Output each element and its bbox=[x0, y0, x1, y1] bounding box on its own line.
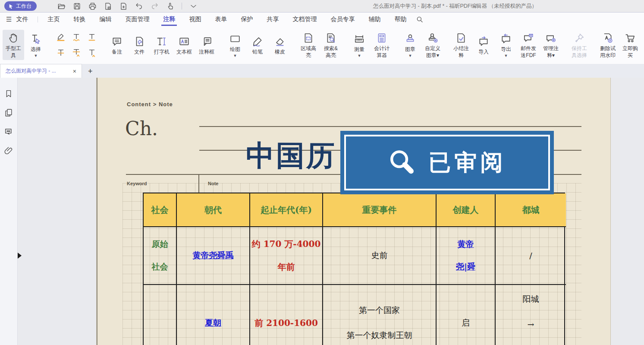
new-tab-button[interactable]: + bbox=[82, 67, 99, 78]
typewriter-button[interactable]: 打字机 bbox=[151, 33, 173, 57]
insert-text-button[interactable] bbox=[84, 45, 100, 60]
menu-protect[interactable]: 保护 bbox=[237, 13, 256, 26]
menu-doc-manage[interactable]: 文档管理 bbox=[289, 13, 320, 26]
capital-arrow: → bbox=[528, 320, 534, 329]
select-tool-button[interactable]: 选择▼ bbox=[25, 31, 47, 59]
tool-label: 选择 bbox=[31, 46, 41, 53]
menu-convert[interactable]: 转换 bbox=[70, 13, 89, 26]
replace-text-button[interactable] bbox=[69, 45, 84, 60]
stamp-text: 已审阅 bbox=[429, 148, 506, 178]
squiggly-button[interactable] bbox=[69, 29, 84, 45]
menu-form[interactable]: 表单 bbox=[211, 13, 230, 26]
workspace-button[interactable]: 工作台 bbox=[4, 1, 37, 11]
panel-expand-handle[interactable] bbox=[18, 253, 22, 259]
stamp-icon bbox=[405, 33, 416, 44]
area-highlight-button[interactable]: 区域高亮 bbox=[298, 30, 319, 60]
sidebar-attachments-button[interactable] bbox=[4, 146, 13, 155]
menubar: ☰ 文件主页转换编辑页面管理注释视图表单保护共享文档管理会员专享辅助帮助 bbox=[0, 13, 644, 26]
import-comments-button[interactable]: 导入 bbox=[473, 33, 494, 57]
eraser-button[interactable]: 橡皮 bbox=[269, 33, 291, 57]
dynasty-link[interactable]: 夏朝 bbox=[205, 317, 221, 329]
menu-view[interactable]: 视图 bbox=[185, 13, 204, 26]
calculator-button[interactable]: 会计计算器 bbox=[371, 30, 393, 60]
tab-close-icon[interactable]: × bbox=[71, 68, 78, 75]
strikeout-button[interactable] bbox=[53, 45, 69, 60]
toolbar-divider bbox=[182, 3, 182, 9]
document-tab[interactable]: 怎么面对高中学习 - ... × bbox=[0, 64, 82, 78]
undo-icon[interactable] bbox=[135, 2, 143, 10]
chevron-down-icon[interactable] bbox=[189, 2, 198, 10]
search-highlight-icon bbox=[325, 32, 336, 44]
area-highlight-icon bbox=[303, 32, 314, 44]
textbox-button[interactable]: 文本框 bbox=[173, 33, 195, 57]
toolbar-group bbox=[51, 26, 102, 64]
page-scan-icon[interactable] bbox=[104, 2, 112, 10]
file-attach-button[interactable]: 文件 bbox=[129, 33, 150, 57]
custom-stamp-button[interactable]: 自定义图章▾ bbox=[422, 30, 443, 60]
ruler-icon bbox=[354, 33, 365, 44]
menu-share[interactable]: 共享 bbox=[263, 13, 282, 26]
search-highlight-button[interactable]: 搜索&高亮 bbox=[320, 30, 342, 60]
menu-member[interactable]: 会员专享 bbox=[327, 13, 358, 26]
replace-text-icon bbox=[72, 48, 81, 57]
sidebar-comments-button[interactable] bbox=[4, 127, 13, 136]
cell-period: 约 170 万-4000 年前 bbox=[250, 227, 323, 285]
tool-label: 小结注释 bbox=[452, 45, 470, 59]
highlight-button[interactable] bbox=[53, 29, 69, 45]
menu-edit[interactable]: 编辑 bbox=[96, 13, 115, 26]
enterprise-purchase-button[interactable]: 企业采购 bbox=[642, 30, 644, 60]
note-button[interactable]: 备注 bbox=[106, 33, 128, 57]
cell-dynasty: 黄帝尧舜禹 bbox=[177, 227, 250, 285]
insert-text-icon bbox=[87, 48, 97, 57]
drawing-button[interactable]: 绘图▼ bbox=[224, 31, 246, 59]
menu-file[interactable]: 文件 bbox=[13, 13, 31, 26]
dynasty-link[interactable]: 黄帝尧舜禹 bbox=[193, 250, 234, 261]
sidebar-bookmarks-button[interactable] bbox=[4, 89, 13, 98]
export-comments-button[interactable]: 导出▼ bbox=[495, 31, 517, 59]
founder-link-bottom[interactable]: 尧|舜 bbox=[456, 261, 475, 272]
toolbar-group: 测量▼会计计算器 bbox=[346, 26, 395, 64]
tool-label: 邮件发送FDF bbox=[520, 45, 537, 59]
stamp-frame: 已审阅 bbox=[344, 135, 550, 190]
buy-now-button[interactable]: 立即购买 bbox=[619, 30, 641, 60]
sidebar-pages-button[interactable] bbox=[4, 108, 13, 117]
stamp-button[interactable]: 图章▼ bbox=[399, 31, 421, 59]
manage-comments-button[interactable]: 管理注释▾ bbox=[540, 30, 562, 60]
underline-button[interactable] bbox=[84, 29, 100, 45]
pencil-button[interactable]: 铅笔 bbox=[247, 33, 268, 57]
hand-icon bbox=[8, 32, 19, 44]
reviewed-stamp-annotation[interactable]: 已审阅 bbox=[340, 131, 554, 194]
cell-events: 史前 bbox=[323, 227, 437, 285]
dropdown-caret-icon: ▼ bbox=[504, 54, 508, 58]
cell-events: 第一个国家 第一个奴隶制王朝 bbox=[323, 285, 437, 345]
founder-link-top[interactable]: 黄帝 bbox=[458, 239, 474, 250]
menu-page-manage[interactable]: 页面管理 bbox=[122, 13, 153, 26]
pdf-page: Content > Note Ch. 中国历 Keyword Note 社会 朝… bbox=[97, 78, 610, 345]
measure-button[interactable]: 测量▼ bbox=[349, 31, 370, 59]
save-icon[interactable] bbox=[73, 2, 81, 10]
touch-pointer-icon[interactable] bbox=[166, 2, 174, 10]
remove-trial-watermark-button[interactable]: 删除试用水印 bbox=[597, 30, 619, 60]
workspace-button-label: 工作台 bbox=[16, 3, 31, 10]
menu-help[interactable]: 帮助 bbox=[391, 13, 410, 26]
print-icon[interactable] bbox=[88, 2, 97, 10]
comment-dots-icon bbox=[4, 127, 13, 136]
table-header-dynasty: 朝代 bbox=[177, 193, 250, 227]
toolbar-group: 备注文件打字机文本框注释框 bbox=[104, 26, 220, 64]
tool-label: 图章 bbox=[405, 46, 415, 53]
menu-assist[interactable]: 辅助 bbox=[365, 13, 384, 26]
callout-button[interactable]: 注释框 bbox=[196, 33, 217, 57]
menu-home[interactable]: 主页 bbox=[44, 13, 63, 26]
page-new-icon[interactable] bbox=[119, 2, 128, 10]
summarize-comments-button[interactable]: 小结注释 bbox=[450, 30, 472, 60]
email-fdf-button[interactable]: 邮件发送FDF bbox=[518, 30, 539, 60]
hamburger-icon[interactable]: ☰ bbox=[6, 16, 12, 23]
tool-label: 手型工具 bbox=[5, 45, 22, 59]
folder-open-icon[interactable] bbox=[57, 2, 66, 10]
typewriter-icon bbox=[156, 36, 167, 47]
search-icon[interactable] bbox=[416, 16, 424, 23]
hand-tool-button[interactable]: 手型工具 bbox=[3, 30, 24, 60]
menu-comment[interactable]: 注释 bbox=[160, 13, 179, 26]
tool-label: 搜索&高亮 bbox=[322, 45, 339, 59]
tool-label: 删除试用水印 bbox=[599, 45, 616, 59]
